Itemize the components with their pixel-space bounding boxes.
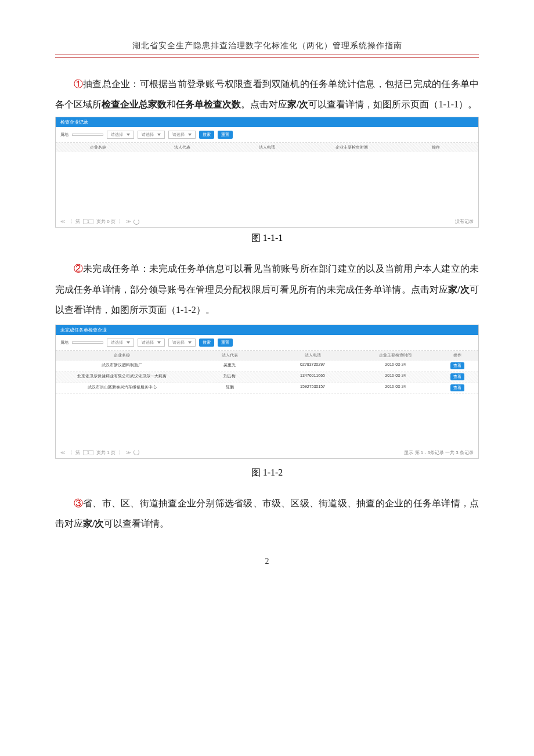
pager-summary: 没有记录	[455, 218, 474, 225]
col-name: 企业名称	[56, 352, 188, 358]
view-button[interactable]: 查看	[450, 384, 464, 391]
col-time: 企业主要检查时间	[309, 145, 394, 150]
cell-action: 查看	[437, 384, 478, 391]
region-select-3[interactable]: 请选择	[168, 131, 196, 139]
cell-phone: 02783720297	[271, 362, 354, 369]
pager-prev-icon[interactable]: 〈	[68, 449, 73, 456]
col-rep: 法人代表	[140, 145, 225, 150]
col-name: 企业名称	[56, 145, 140, 150]
paragraph-2: ②未完成任务单：未完成任务单信息可以看见当前账号所在部门建立的以及当前用户本人建…	[55, 258, 479, 320]
pager-label-pre: 第	[75, 449, 80, 456]
view-button[interactable]: 查看	[450, 362, 464, 369]
filter-label: 属地	[60, 340, 68, 345]
select-text: 请选择	[111, 132, 123, 138]
chevron-down-icon	[157, 341, 161, 344]
circled-1: ①	[74, 79, 83, 89]
region-select-2[interactable]: 请选择	[138, 131, 165, 139]
pager-last-icon[interactable]: ≫	[126, 450, 131, 455]
filter-bar: 属地 请选择 请选择 请选择 搜索 重置	[56, 127, 478, 143]
pager-next-icon[interactable]: 〉	[118, 218, 123, 225]
table-row: 北京依卫尔保健药业有限公司武汉依卫尔一大药房 刘云梅 13476011665 2…	[56, 372, 478, 383]
chevron-down-icon	[127, 341, 130, 344]
paragraph-3: ③省、市、区、街道抽查企业分别筛选省级、市级、区级、街道级、抽查的企业的任务单详…	[55, 493, 479, 534]
pager-label-total: 页共 0 页	[96, 218, 116, 225]
chevron-down-icon	[188, 341, 192, 344]
panel-title: 检查企业记录	[56, 117, 478, 127]
filter-label: 属地	[60, 132, 68, 138]
paragraph-1: ①抽查总企业：可根据当前登录账号权限查看到双随机的任务单统计信息，包括已完成的任…	[55, 74, 479, 114]
region-select-2[interactable]: 请选择	[138, 339, 165, 347]
para3-bold: 家/次	[83, 519, 104, 528]
pager-prev-icon[interactable]: 〈	[68, 218, 73, 225]
para1-bold3: 家/次	[287, 99, 308, 109]
pager-first-icon[interactable]: ≪	[60, 450, 65, 455]
table-body-empty	[56, 152, 478, 216]
cell-rep: 陈鹏	[188, 384, 271, 391]
para1-bold2: 任务单检查次数	[176, 99, 241, 109]
page-input[interactable]: 1	[83, 219, 93, 224]
page-number: 2	[55, 557, 479, 566]
col-time: 企业主要检查时间	[354, 352, 437, 358]
select-text: 请选择	[111, 340, 123, 345]
col-action: 操作	[437, 352, 478, 358]
view-button[interactable]: 查看	[450, 373, 464, 380]
para2-lead: 未完成任务单：未完成任务单信息可以看见当前账号所在部门建立的以及当前用户本人建立…	[55, 264, 479, 294]
region-select-3[interactable]: 请选择	[168, 339, 196, 347]
region-select-1[interactable]: 请选择	[107, 131, 134, 139]
pager-last-icon[interactable]: ≫	[126, 219, 131, 224]
search-button[interactable]: 搜索	[199, 131, 214, 139]
cell-name: 北京依卫尔保健药业有限公司武汉依卫尔一大药房	[56, 373, 188, 380]
refresh-icon[interactable]	[134, 219, 139, 225]
para2-bold: 家/次	[448, 285, 470, 294]
para1-tail2: 可以查看详情，如图所示页面（1-1-1）。	[308, 99, 477, 109]
pager: ≪ 〈 第 1 页共 0 页 〉 ≫ 没有记录	[56, 216, 478, 227]
reset-button[interactable]: 重置	[218, 131, 233, 139]
select-text: 请选择	[172, 340, 185, 345]
search-button[interactable]: 搜索	[199, 339, 214, 347]
pager-next-icon[interactable]: 〉	[118, 449, 123, 456]
pager-label-pre: 第	[75, 218, 80, 225]
table-header: 企业名称 法人代表 法人电话 企业主要检查时间 操作	[56, 351, 478, 361]
cell-action: 查看	[437, 362, 478, 369]
cell-time: 2016-03-24	[354, 384, 437, 391]
filter-bar: 属地 请选择 请选择 请选择 搜索 重置	[56, 335, 478, 351]
chevron-down-icon	[127, 134, 130, 136]
refresh-icon[interactable]	[134, 449, 139, 455]
para3-tail: 可以查看详情。	[104, 519, 169, 528]
select-text: 请选择	[172, 132, 185, 138]
circled-3: ③	[74, 498, 83, 508]
table-body-spacer	[56, 394, 478, 447]
col-rep: 法人代表	[188, 352, 271, 358]
col-action: 操作	[394, 145, 478, 150]
col-phone: 法人电话	[271, 352, 354, 358]
cell-action: 查看	[437, 373, 478, 380]
pager-first-icon[interactable]: ≪	[60, 219, 65, 224]
cell-phone: 15927530157	[271, 384, 354, 391]
cell-name: 武汉市新汉塑料制瓶厂	[56, 362, 188, 369]
para1-tail1: 。点击对应	[241, 99, 287, 109]
cell-name: 武汉市洪山区新泰兴汽车维修服务中心	[56, 384, 188, 391]
figure-1-1-1: 检查企业记录 属地 请选择 请选择 请选择 搜索 重置 企业名称 法人代表 法人…	[55, 117, 479, 228]
select-text: 请选择	[142, 340, 154, 345]
pager-summary: 显示 第 1 - 3条记录 一共 3 条记录	[404, 449, 474, 456]
text-input[interactable]	[72, 341, 103, 344]
circled-2: ②	[74, 264, 83, 273]
panel-title: 未完成任务单检查企业	[56, 325, 478, 335]
pager: ≪ 〈 第 1 页共 1 页 〉 ≫ 显示 第 1 - 3条记录 一共 3 条记…	[56, 447, 478, 458]
page-header: 湖北省安全生产隐患排查治理数字化标准化（两化）管理系统操作指南	[55, 41, 479, 55]
reset-button[interactable]: 重置	[218, 339, 233, 347]
figure-1-1-2: 未完成任务单检查企业 属地 请选择 请选择 请选择 搜索 重置 企业名称 法人代…	[55, 325, 479, 459]
cell-rep: 吴重光	[188, 362, 271, 369]
para1-bold1: 检查企业总家数	[102, 99, 167, 109]
document-page: 湖北省安全生产隐患排查治理数字化标准化（两化）管理系统操作指南 ①抽查总企业：可…	[0, 0, 534, 589]
chevron-down-icon	[157, 134, 161, 136]
table-header: 企业名称 法人代表 法人电话 企业主要检查时间 操作	[56, 143, 478, 152]
region-select-1[interactable]: 请选择	[107, 339, 134, 347]
page-input[interactable]: 1	[83, 450, 93, 455]
table-row: 武汉市新汉塑料制瓶厂 吴重光 02783720297 2016-03-24 查看	[56, 361, 478, 372]
text-input[interactable]	[72, 134, 103, 136]
para1-mid: 和	[167, 99, 176, 109]
caption-2: 图 1-1-2	[55, 467, 479, 479]
cell-rep: 刘云梅	[188, 373, 271, 380]
col-phone: 法人电话	[225, 145, 309, 150]
